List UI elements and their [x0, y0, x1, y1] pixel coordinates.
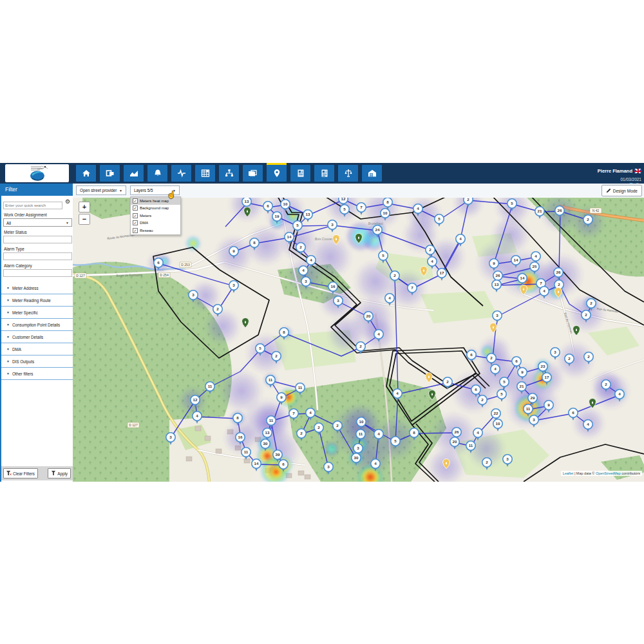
- sidebar-section-meter-specific[interactable]: ▼Meter Specific: [1, 307, 73, 319]
- marker-count: 6: [157, 260, 160, 265]
- zoom-out-button[interactable]: −: [79, 214, 90, 225]
- marker-count: 4: [543, 289, 545, 293]
- marker-count: 2: [605, 382, 607, 386]
- sidebar-section-consumption-point-details[interactable]: ▼Consumption Point Details: [1, 319, 73, 331]
- marker-count: 2: [467, 198, 469, 202]
- marker-count: 2: [216, 307, 219, 311]
- map-icon: [272, 169, 281, 178]
- design-mode-button[interactable]: Design Mode: [601, 185, 642, 196]
- marker-count: 13: [306, 212, 310, 216]
- marker-count: 4: [310, 258, 312, 262]
- marker-count: 10: [383, 211, 388, 215]
- search-settings-gear-icon[interactable]: ⚙: [65, 198, 70, 205]
- marker-count: 2: [481, 397, 484, 402]
- session-date: 01/03/2021: [598, 177, 641, 182]
- checkbox-checked-icon[interactable]: ✓: [133, 205, 138, 211]
- marker-count: 11: [269, 377, 273, 382]
- toolbar-screens-button[interactable]: [100, 165, 120, 182]
- main-toolbar: [76, 165, 382, 182]
- marker-count: 4: [535, 254, 537, 258]
- sidebar-section-customer-details[interactable]: ▼Customer Details: [1, 331, 73, 343]
- toolbar-report-c-button[interactable]: [314, 165, 334, 182]
- marker-count: 6: [470, 352, 473, 357]
- leaflet-link[interactable]: Leaflet: [563, 471, 574, 475]
- marker-count: 4: [477, 430, 479, 435]
- sidebar-section-dma[interactable]: ▼DMA: [1, 343, 73, 355]
- layer-toggle-background-map[interactable]: ✓Background map: [131, 205, 180, 213]
- map-canvas[interactable]: Route du MontaubanRoute de FremaurieRue …: [73, 198, 644, 482]
- marker-count: 14: [287, 234, 292, 239]
- marker-count: 2: [275, 354, 278, 358]
- toolbar-alarms-button[interactable]: [147, 165, 167, 182]
- zoom-in-button[interactable]: +: [79, 202, 90, 213]
- marker-count: 4: [377, 431, 380, 436]
- marker-count: 12: [341, 198, 346, 201]
- marker-count: 2: [359, 344, 362, 348]
- map-provider-select[interactable]: Open street provider ▼: [76, 185, 126, 195]
- app-header: Pierre Flamand 01/03/2021 ? ⚙▾: [0, 163, 644, 184]
- apply-filters-button[interactable]: Apply: [48, 468, 71, 478]
- layer-label: Meters: [140, 214, 151, 218]
- marker-count: 4: [388, 296, 391, 300]
- road-ref-label: D 253: [181, 263, 190, 267]
- marker-count: 5: [438, 216, 440, 221]
- marker-count: 5: [503, 379, 506, 384]
- marker-count: 2: [446, 379, 449, 384]
- marker-count: 26: [496, 273, 500, 278]
- checkbox-checked-icon[interactable]: ✓: [133, 220, 138, 225]
- marker-count: 14: [520, 276, 525, 280]
- sidebar-section-other-filters[interactable]: ▼Other filters: [1, 368, 73, 380]
- layers-select-value: Layers 5/5: [134, 188, 153, 193]
- toolbar-map-button[interactable]: [267, 165, 287, 182]
- checkbox-checked-icon[interactable]: ✓: [133, 213, 138, 218]
- meter-status-input[interactable]: [3, 236, 72, 243]
- marker-count: 20: [453, 439, 457, 444]
- toolbar-report-a-button[interactable]: [290, 165, 310, 182]
- toolbar-balance-button[interactable]: [338, 165, 358, 182]
- application-window: Pierre Flamand 01/03/2021 ? ⚙▾ Filter ⚙ …: [0, 163, 644, 482]
- layer-toggle-meters[interactable]: ✓Meters: [131, 212, 180, 220]
- marker-count: 14: [254, 461, 259, 466]
- checkbox-checked-icon[interactable]: ✓: [133, 198, 138, 204]
- toolbar-trends-button[interactable]: [124, 165, 144, 182]
- filter-panel-title: Filter: [1, 184, 73, 196]
- toolbar-hierarchy-button[interactable]: [219, 165, 239, 182]
- toolbar-planning-grid-button[interactable]: [195, 165, 215, 182]
- work-order-assignment-select[interactable]: All ▼: [3, 218, 72, 227]
- filter-sections: ▼Meter Address▼Meter Reading Route▼Meter…: [1, 282, 73, 380]
- layer-toggle-reseau[interactable]: ✓Reseau: [131, 227, 180, 234]
- triangle-down-icon: ▼: [6, 298, 10, 302]
- quick-search-input[interactable]: [3, 202, 62, 209]
- layer-label: DMA: [140, 221, 148, 225]
- marker-count: 8: [283, 330, 285, 334]
- layer-label: Background map: [140, 206, 169, 210]
- layer-toggle-dma[interactable]: ✓DMA: [131, 220, 180, 227]
- marker-count: 11: [208, 384, 213, 388]
- alarm-category-input[interactable]: [3, 269, 72, 277]
- toolbar-warehouse-button[interactable]: [362, 165, 382, 182]
- sidebar-section-meter-address[interactable]: ▼Meter Address: [1, 282, 73, 294]
- map-area: Open street provider ▼ Layers 5/5 ▼ Desi…: [73, 184, 644, 482]
- sidebar-section-meter-reading-route[interactable]: ▼Meter Reading Route: [1, 294, 73, 307]
- section-label: DIS Outputs: [12, 359, 34, 364]
- building: [305, 475, 310, 479]
- mouse-cursor-hand-icon: ☝: [167, 191, 176, 199]
- triangle-down-icon: ▼: [6, 286, 10, 290]
- clear-filters-button[interactable]: Clear Filters: [3, 468, 38, 478]
- checkbox-checked-icon[interactable]: ✓: [133, 228, 138, 233]
- toolbar-home-button[interactable]: [76, 165, 96, 182]
- alarms-icon: [153, 169, 162, 178]
- documents-icon: [249, 169, 258, 178]
- toolbar-documents-button[interactable]: [243, 165, 263, 182]
- report-c-icon: [320, 169, 329, 178]
- filter-sidebar: Filter ⚙ Work Order Assignment All ▼ Met…: [0, 184, 73, 482]
- marker-count: 2: [558, 282, 560, 287]
- toolbar-activity-button[interactable]: [171, 165, 191, 182]
- marker-count: 9: [493, 261, 495, 265]
- alarm-type-input[interactable]: [3, 252, 72, 260]
- sidebar-section-dis-outputs[interactable]: ▼DIS Outputs: [1, 355, 73, 368]
- marker-count: 4: [431, 259, 433, 263]
- marker-count: 2: [299, 245, 302, 249]
- osm-link[interactable]: OpenStreetMap: [596, 471, 621, 475]
- marker-count: 25: [533, 264, 537, 269]
